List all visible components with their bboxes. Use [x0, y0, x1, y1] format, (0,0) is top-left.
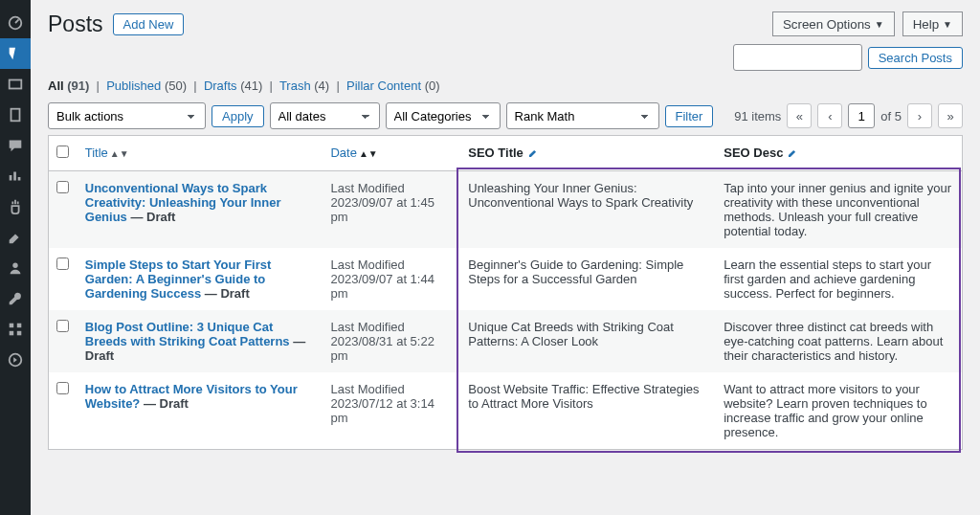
- row-checkbox[interactable]: [56, 258, 69, 270]
- column-title[interactable]: Title▲▼: [78, 136, 323, 171]
- sidebar-analytics-icon[interactable]: [0, 161, 31, 191]
- post-title-link[interactable]: Unconventional Ways to Spark Creativity:…: [85, 181, 281, 224]
- post-status: — Draft: [127, 210, 176, 224]
- sort-icon: ▲▼: [110, 148, 129, 159]
- sidebar-dashboard-icon[interactable]: [0, 8, 31, 38]
- post-seo-desc: Discover three distinct cat breeds with …: [716, 310, 962, 372]
- sidebar-settings-icon[interactable]: [0, 314, 31, 345]
- svg-rect-7: [17, 331, 22, 336]
- svg-rect-6: [10, 331, 14, 336]
- svg-rect-1: [10, 80, 22, 89]
- filter-published[interactable]: Published: [106, 78, 161, 93]
- search-input[interactable]: [733, 44, 862, 71]
- table-row: How to Attract More Visitors to Your Web…: [49, 372, 962, 449]
- filter-drafts[interactable]: Drafts: [204, 78, 237, 93]
- post-date: Last Modified2023/07/12 at 3:14 pm: [323, 372, 460, 449]
- sidebar-appearance-icon[interactable]: [0, 222, 31, 253]
- pagination-last[interactable]: »: [938, 103, 963, 128]
- pagination-count: 91 items: [734, 109, 781, 123]
- date-filter-select[interactable]: All dates: [270, 102, 380, 129]
- post-seo-desc: Want to attract more visitors to your we…: [716, 372, 962, 449]
- post-status: — Draft: [201, 286, 250, 301]
- screen-options-button[interactable]: Screen Options ▼: [772, 11, 895, 36]
- filter-pillar[interactable]: Pillar Content: [346, 78, 421, 93]
- post-seo-title: Unleashing Your Inner Genius: Unconventi…: [460, 171, 716, 248]
- sort-icon: ▲▼: [359, 148, 378, 159]
- post-title-link[interactable]: How to Attract More Visitors to Your Web…: [85, 382, 298, 411]
- svg-rect-5: [17, 324, 22, 328]
- sidebar-comments-icon[interactable]: [0, 130, 31, 161]
- table-row: Blog Post Outline: 3 Unique Cat Breeds w…: [49, 310, 962, 372]
- post-seo-title: Beginner's Guide to Gardening: Simple St…: [460, 248, 716, 310]
- svg-rect-2: [11, 109, 20, 122]
- category-filter-select[interactable]: All Categories: [386, 102, 501, 129]
- add-new-button[interactable]: Add New: [113, 13, 185, 35]
- sidebar-pages-icon[interactable]: [0, 100, 31, 130]
- pencil-icon[interactable]: [787, 146, 799, 159]
- pagination-prev[interactable]: ‹: [817, 103, 842, 128]
- svg-rect-4: [10, 324, 14, 328]
- sidebar-posts-icon[interactable]: [0, 38, 31, 69]
- chevron-down-icon: ▼: [943, 19, 952, 30]
- post-status: — Draft: [140, 396, 189, 411]
- post-seo-title: Unique Cat Breeds with Striking Coat Pat…: [460, 310, 716, 372]
- pencil-icon[interactable]: [527, 146, 540, 159]
- filter-all[interactable]: All (91): [48, 78, 89, 93]
- post-seo-desc: Tap into your inner genius and ignite yo…: [716, 171, 962, 248]
- sidebar-collapse-icon[interactable]: [0, 345, 31, 375]
- column-seo-title: SEO Title: [460, 136, 716, 171]
- help-button[interactable]: Help ▼: [902, 11, 963, 36]
- sidebar-tools-icon[interactable]: [0, 283, 31, 314]
- pagination-current-input[interactable]: [848, 103, 875, 128]
- row-checkbox[interactable]: [56, 320, 69, 332]
- page-title: Posts: [48, 11, 103, 37]
- column-seo-desc: SEO Desc: [716, 136, 962, 171]
- chevron-down-icon: ▼: [875, 19, 884, 30]
- bulk-actions-select[interactable]: Bulk actions: [48, 102, 206, 129]
- posts-table: Title▲▼ Date▲▼ SEO Title SEO Desc Unconv…: [48, 135, 963, 450]
- select-all-checkbox[interactable]: [56, 146, 69, 158]
- table-row: Simple Steps to Start Your First Garden:…: [49, 248, 962, 310]
- row-checkbox[interactable]: [56, 181, 69, 193]
- sidebar-plugins-icon[interactable]: [0, 191, 31, 222]
- column-date[interactable]: Date▲▼: [323, 136, 460, 171]
- svg-point-3: [12, 263, 17, 268]
- admin-sidebar: [0, 0, 31, 515]
- sidebar-users-icon[interactable]: [0, 253, 31, 283]
- post-status-filters: All (91) | Published (50) | Drafts (41) …: [48, 78, 963, 93]
- table-row: Unconventional Ways to Spark Creativity:…: [49, 171, 962, 248]
- post-seo-desc: Learn the essential steps to start your …: [716, 248, 962, 310]
- pagination-total: of 5: [880, 109, 902, 123]
- search-posts-button[interactable]: Search Posts: [868, 47, 963, 69]
- pagination: 91 items « ‹ of 5 › »: [734, 103, 963, 128]
- filter-trash[interactable]: Trash: [279, 78, 311, 93]
- apply-button[interactable]: Apply: [212, 105, 264, 127]
- row-checkbox[interactable]: [56, 382, 69, 394]
- post-seo-title: Boost Website Traffic: Effective Strateg…: [460, 372, 716, 449]
- pagination-first[interactable]: «: [787, 103, 812, 128]
- post-date: Last Modified2023/09/07 at 1:45 pm: [323, 171, 460, 248]
- pagination-next[interactable]: ›: [907, 103, 932, 128]
- post-date: Last Modified2023/08/31 at 5:22 pm: [323, 310, 460, 372]
- post-title-link[interactable]: Blog Post Outline: 3 Unique Cat Breeds w…: [85, 320, 290, 348]
- rankmath-filter-select[interactable]: Rank Math: [506, 102, 659, 129]
- filter-button[interactable]: Filter: [665, 105, 714, 127]
- main-content: Posts Add New Screen Options ▼ Help ▼ Se…: [31, 0, 980, 515]
- post-date: Last Modified2023/09/07 at 1:44 pm: [323, 248, 460, 310]
- sidebar-media-icon[interactable]: [0, 69, 31, 100]
